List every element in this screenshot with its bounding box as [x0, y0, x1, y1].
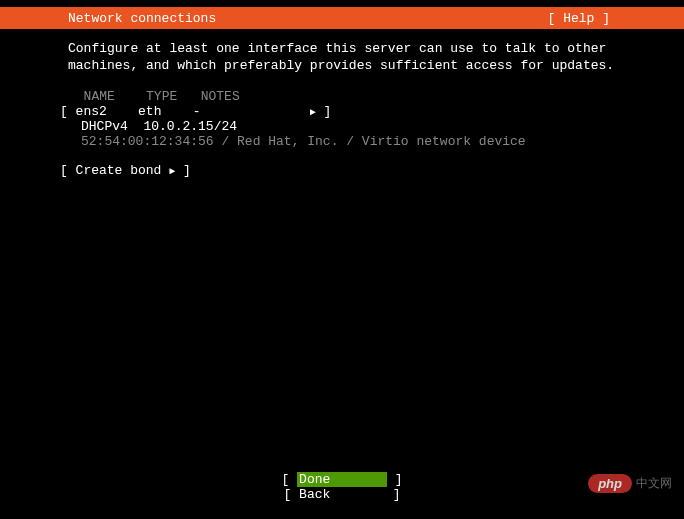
chevron-right-icon: ►	[169, 166, 175, 177]
header-bar: Network connections [ Help ]	[0, 7, 684, 29]
interface-table-header: NAME TYPE NOTES	[68, 89, 616, 104]
watermark-text: 中文网	[636, 475, 672, 492]
help-button[interactable]: [ Help ]	[548, 11, 684, 26]
instructions-text: Configure at least one interface this se…	[68, 41, 616, 75]
watermark-logo: php	[588, 474, 632, 493]
watermark: php 中文网	[588, 474, 672, 493]
chevron-right-icon: ►	[310, 107, 316, 118]
interface-row-ens2[interactable]: [ ens2 eth - ► ]	[60, 104, 616, 119]
page-title: Network connections	[0, 11, 216, 26]
create-bond-button[interactable]: [ Create bond ► ]	[60, 163, 616, 178]
footer-buttons: [ Done ] [ Back ]	[0, 472, 684, 503]
back-button[interactable]: Back	[299, 487, 393, 502]
interface-address: DHCPv4 10.0.2.15/24	[68, 119, 616, 134]
interface-mac-info: 52:54:00:12:34:56 / Red Hat, Inc. / Virt…	[68, 134, 616, 149]
done-button[interactable]: Done	[297, 472, 387, 487]
